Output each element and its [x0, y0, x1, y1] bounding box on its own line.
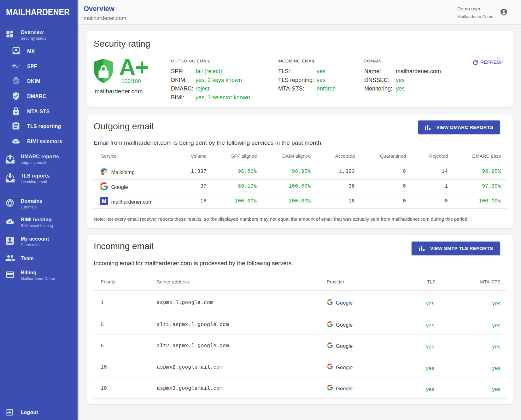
svg-text:MAILHARDENER: MAILHARDENER: [6, 7, 70, 17]
